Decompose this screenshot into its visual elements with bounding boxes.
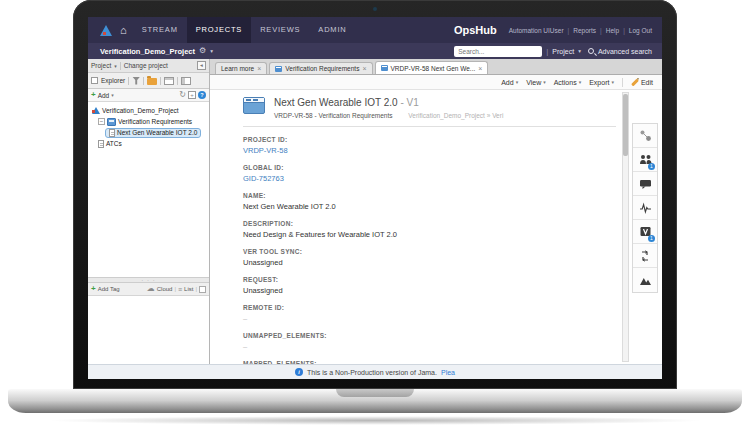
change-project-link[interactable]: Change project [124, 62, 168, 69]
menu-label: Edit [641, 79, 653, 86]
divider [143, 77, 144, 85]
pencil-icon [631, 78, 639, 86]
versions-widget[interactable]: 1 [633, 220, 657, 244]
project-subbar: Verification_Demo_Project | Project Adva… [88, 43, 662, 59]
field-value: Unassigned [243, 286, 616, 295]
view-menu-button[interactable]: View [526, 79, 546, 86]
tree-item-verification-requirements[interactable]: Verification Requirements [90, 116, 207, 127]
refresh-icon[interactable] [179, 91, 186, 99]
field-project-id: PROJECT ID: VRDP-VR-58 [243, 136, 616, 155]
vertical-scrollbar[interactable] [622, 92, 629, 362]
add-icon [91, 91, 96, 99]
nav-item-reviews[interactable]: REVIEWS [251, 17, 309, 43]
activity-pulse-icon [639, 202, 652, 214]
tab-learn-more[interactable]: Learn more [215, 62, 267, 74]
synced-items-widget[interactable] [633, 244, 657, 268]
gear-icon[interactable] [199, 47, 206, 55]
tag-list-button[interactable]: List [184, 286, 193, 292]
field-mapped-elements: MAPPED_ELEMENTS: [243, 360, 616, 364]
field-value: Next Gen Wearable IOT 2.0 [243, 202, 616, 211]
collapse-sidebar-icon[interactable] [197, 61, 206, 70]
divider [128, 77, 129, 85]
tab-vrdp-vr-58[interactable]: VRDP-VR-58 Next Gen We... [375, 61, 489, 74]
user-link-reports[interactable]: Reports [573, 27, 596, 34]
project-menu-button[interactable]: Project [91, 62, 111, 69]
export-menu-button[interactable]: Export [589, 79, 614, 86]
tag-cloud-button[interactable]: Cloud [157, 286, 173, 292]
tab-label: VRDP-VR-58 Next Gen We... [391, 65, 476, 72]
field-value-link[interactable]: VRDP-VR-58 [243, 146, 616, 155]
home-icon[interactable] [120, 17, 127, 43]
connected-users-widget[interactable]: 1 [633, 148, 657, 172]
component-set-icon [107, 118, 116, 126]
edit-button[interactable]: Edit [631, 79, 653, 86]
nav-item-projects[interactable]: PROJECTS [187, 17, 251, 43]
attachments-widget[interactable] [633, 268, 657, 292]
search-scope-select[interactable]: Project [552, 48, 574, 55]
webcam-dot [373, 7, 377, 11]
banner-link[interactable]: Plea [441, 369, 455, 376]
expand-all-icon[interactable] [188, 91, 196, 99]
scrollbar-thumb[interactable] [623, 94, 628, 156]
close-icon[interactable] [362, 65, 366, 72]
divider [120, 62, 121, 70]
field-description: DESCRIPTION: Need Design & Features for … [243, 220, 616, 239]
add-button[interactable]: Add [98, 92, 110, 99]
comments-widget[interactable] [633, 172, 657, 196]
chevron-down-icon [111, 92, 114, 98]
document-icon [98, 140, 104, 148]
item-title: Next Gen Wearable IOT 2.0 - V1 [274, 97, 503, 108]
item-title-text: Next Gen Wearable IOT 2.0 [274, 97, 398, 108]
tree-item-label: Next Gen Wearable IOT 2.0 [117, 129, 197, 136]
user-links: Automation UIUser | Reports | Help | Log… [509, 27, 652, 34]
collapse-node-icon[interactable] [98, 118, 105, 125]
sidebar-header: Project Change project [88, 59, 209, 73]
laptop-shadow [45, 416, 705, 425]
tab-verification-requirements[interactable]: Verification Requirements [269, 62, 372, 74]
actions-menu-button[interactable]: Actions [554, 79, 581, 86]
folder-view-icon[interactable] [147, 78, 157, 85]
panel-view-icon[interactable] [164, 77, 174, 85]
versions-badge: 1 [648, 235, 655, 242]
user-link-help[interactable]: Help [606, 27, 619, 34]
field-label: PROJECT ID: [243, 136, 616, 143]
current-project-name[interactable]: Verification_Demo_Project [100, 47, 195, 56]
opshub-brand: OpsHub [454, 24, 497, 36]
edit-tags-icon[interactable] [199, 286, 206, 293]
item-detail: Next Gen Wearable IOT 2.0 - V1 VRDP-VR-5… [210, 90, 662, 364]
tree-item-atcs[interactable]: ATCs [90, 138, 207, 149]
search-input[interactable] [454, 46, 542, 57]
add-menu-button[interactable]: Add [501, 79, 518, 86]
divider: | [623, 27, 625, 34]
split-view-icon[interactable] [181, 77, 191, 85]
activities-widget[interactable] [633, 196, 657, 220]
tab-label: Learn more [221, 65, 254, 72]
field-request: REQUEST: Unassigned [243, 276, 616, 295]
field-label: MAPPED_ELEMENTS: [243, 360, 616, 364]
explorer-checkbox[interactable] [91, 77, 98, 84]
tree-item-next-gen-wearable[interactable]: Next Gen Wearable IOT 2.0 [90, 127, 207, 138]
user-link-account[interactable]: Automation UIUser [509, 27, 564, 34]
advanced-search-link[interactable]: Advanced search [598, 48, 652, 55]
laptop-base-lip [8, 389, 742, 400]
tree-item-project[interactable]: Verification_Demo_Project [90, 105, 207, 116]
help-icon[interactable] [198, 91, 206, 99]
tag-panel-toolbar: Add Tag Cloud | List | [88, 283, 209, 296]
add-tag-button[interactable]: Add Tag [98, 286, 120, 292]
close-icon[interactable] [478, 65, 482, 72]
user-link-logout[interactable]: Log Out [629, 27, 652, 34]
selected-tree-item[interactable]: Next Gen Wearable IOT 2.0 [105, 128, 201, 138]
close-icon[interactable] [257, 65, 261, 72]
nav-item-admin[interactable]: ADMIN [309, 17, 355, 43]
divider: | [174, 286, 176, 292]
field-value-link[interactable]: GID-752763 [243, 174, 616, 183]
nav-item-stream[interactable]: STREAM [133, 17, 187, 43]
field-global-id: GLOBAL ID: GID-752763 [243, 164, 616, 183]
relationships-widget[interactable] [633, 124, 657, 148]
main-panel: Learn more Verification Requirements VRD… [210, 59, 662, 364]
tag-panel-body [88, 296, 209, 364]
filter-icon[interactable] [132, 77, 140, 85]
explorer-sidebar: Project Change project Explorer [88, 59, 210, 364]
item-heading: Next Gen Wearable IOT 2.0 - V1 VRDP-VR-5… [274, 97, 503, 119]
list-icon [178, 286, 182, 293]
